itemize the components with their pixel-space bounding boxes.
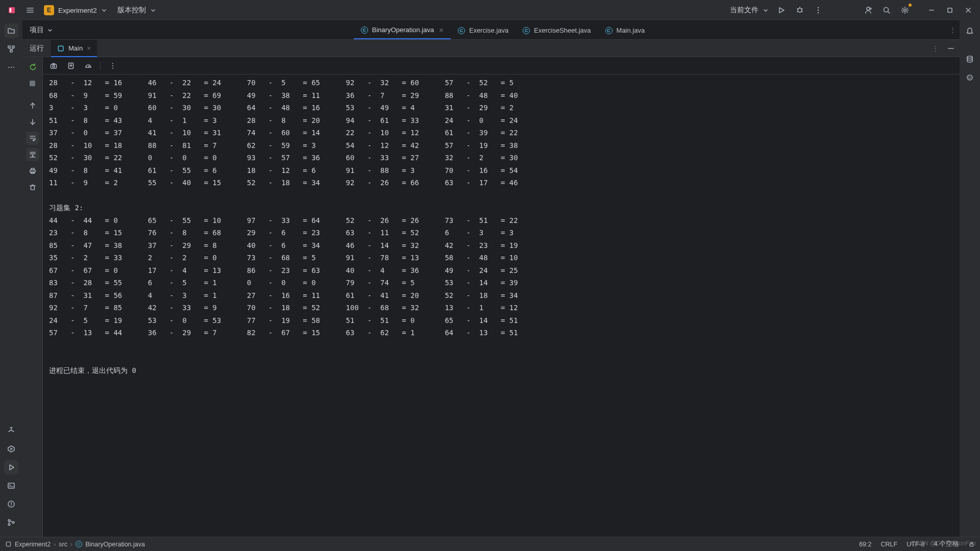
close-icon[interactable]: × — [87, 44, 91, 52]
svg-point-39 — [11, 506, 11, 506]
database-tool-button[interactable] — [963, 52, 977, 66]
maximize-button[interactable] — [941, 2, 959, 19]
svg-marker-5 — [779, 8, 784, 13]
soft-wrap-button[interactable] — [26, 132, 39, 145]
profiler-button[interactable] — [83, 60, 94, 71]
editor-tab[interactable]: CExerciseSheet.java — [516, 20, 598, 39]
print-button[interactable] — [26, 164, 39, 178]
chevron-right-icon: › — [54, 541, 56, 548]
svg-line-10 — [797, 11, 798, 12]
editor-tab[interactable]: CBinaryOperation.java× — [354, 20, 451, 39]
svg-rect-35 — [8, 483, 14, 488]
svg-rect-70 — [6, 542, 10, 546]
tab-label: Exercise.java — [469, 27, 508, 34]
git-tool-button[interactable] — [4, 515, 18, 530]
screenshot-button[interactable] — [48, 60, 59, 71]
tab-label: BinaryOperation.java — [372, 26, 434, 34]
tabs-more-button[interactable]: ⋮ — [945, 26, 960, 34]
svg-point-31 — [11, 67, 12, 68]
readonly-lock-icon[interactable] — [968, 541, 975, 547]
svg-point-18 — [884, 8, 889, 12]
editor-tab[interactable]: CExercise.java — [451, 20, 516, 39]
project-tool-button[interactable] — [4, 23, 18, 38]
svg-marker-34 — [10, 465, 14, 470]
structure-tool-button[interactable] — [4, 42, 18, 56]
app-logo — [3, 2, 20, 19]
database-alt-button[interactable]: D — [963, 70, 977, 85]
code-with-me-icon[interactable] — [860, 2, 877, 19]
project-dropdown[interactable]: 项目 — [22, 26, 60, 35]
editor-area: 项目 CBinaryOperation.java×CExercise.javaC… — [22, 20, 960, 537]
cursor-position[interactable]: 69:2 — [859, 541, 871, 548]
run-tool-label: 运行 — [22, 44, 51, 53]
java-class-icon: C — [523, 27, 530, 34]
svg-point-12 — [818, 7, 819, 8]
svg-text:D: D — [968, 76, 971, 80]
minimize-button[interactable] — [923, 2, 940, 19]
title-bar: E Experiment2 版本控制 当前文件 — [0, 0, 980, 20]
svg-line-19 — [888, 12, 890, 13]
run-tool-header: 运行 Main × ⋮ — [22, 40, 960, 57]
chevron-down-icon — [763, 7, 769, 13]
run-button[interactable] — [773, 2, 790, 19]
tab-label: ExerciseSheet.java — [534, 27, 591, 34]
notifications-button[interactable] — [963, 23, 977, 38]
run-config-tab[interactable]: Main × — [51, 40, 97, 57]
console-output[interactable]: 28 - 12 = 16 46 - 22 = 24 70 - 5 = 65 92… — [43, 74, 960, 537]
more-tools-button[interactable] — [4, 60, 18, 74]
svg-point-32 — [13, 67, 14, 68]
svg-rect-1 — [10, 8, 11, 12]
run-toolbar — [43, 57, 960, 74]
run-tool-button[interactable] — [4, 460, 18, 474]
hamburger-icon[interactable] — [21, 2, 39, 19]
build-tool-button[interactable] — [4, 423, 18, 438]
run-more-button[interactable]: ⋮ — [928, 44, 942, 52]
update-badge-icon — [909, 4, 912, 7]
vcs-menu[interactable]: 版本控制 — [114, 3, 159, 17]
module-icon — [5, 541, 12, 547]
svg-rect-22 — [948, 8, 952, 12]
vcs-label: 版本控制 — [117, 6, 146, 15]
indent-label[interactable]: 4 个空格 — [934, 540, 959, 548]
hide-tool-button[interactable] — [942, 40, 960, 57]
run-tab-icon — [57, 45, 64, 52]
problems-tool-button[interactable] — [4, 497, 18, 511]
search-icon[interactable] — [878, 2, 895, 19]
chevron-down-icon — [101, 7, 107, 13]
svg-rect-43 — [58, 46, 63, 51]
settings-icon[interactable] — [896, 2, 914, 19]
services-tool-button[interactable] — [4, 442, 18, 456]
left-tool-strip — [0, 20, 22, 537]
breadcrumb[interactable]: Experiment2 › src › C BinaryOperation.ja… — [5, 541, 145, 548]
svg-point-64 — [112, 63, 113, 64]
chevron-right-icon: › — [70, 541, 72, 548]
stop-button[interactable] — [26, 77, 39, 90]
svg-line-8 — [797, 9, 798, 9]
export-button[interactable] — [65, 60, 77, 71]
rerun-button[interactable] — [26, 60, 39, 73]
close-icon[interactable]: × — [439, 26, 444, 34]
more-actions-button[interactable] — [810, 2, 827, 19]
close-window-button[interactable] — [960, 2, 977, 19]
svg-rect-52 — [31, 168, 34, 170]
down-stack-button[interactable] — [26, 115, 39, 129]
up-stack-button[interactable] — [26, 99, 39, 112]
right-tool-strip: D — [960, 20, 980, 537]
file-encoding[interactable]: UTF-8 — [906, 541, 924, 548]
debug-button[interactable] — [791, 2, 808, 19]
svg-point-14 — [818, 12, 819, 13]
editor-tab[interactable]: CMain.java — [598, 20, 652, 39]
svg-point-20 — [904, 9, 906, 11]
run-config-selector[interactable]: 当前文件 — [727, 3, 772, 17]
project-selector[interactable]: E Experiment2 — [41, 3, 110, 17]
terminal-tool-button[interactable] — [4, 479, 18, 493]
svg-point-65 — [112, 65, 113, 66]
line-separator[interactable]: CRLF — [880, 541, 897, 548]
run-tool-body: 28 - 12 = 16 46 - 22 = 24 70 - 5 = 65 92… — [22, 57, 960, 537]
scroll-to-end-button[interactable] — [26, 148, 39, 161]
toolbar-more-button[interactable] — [107, 60, 118, 71]
svg-point-66 — [112, 67, 113, 68]
svg-point-30 — [8, 67, 9, 68]
clear-button[interactable] — [26, 181, 39, 194]
project-name-label: Experiment2 — [58, 7, 97, 14]
